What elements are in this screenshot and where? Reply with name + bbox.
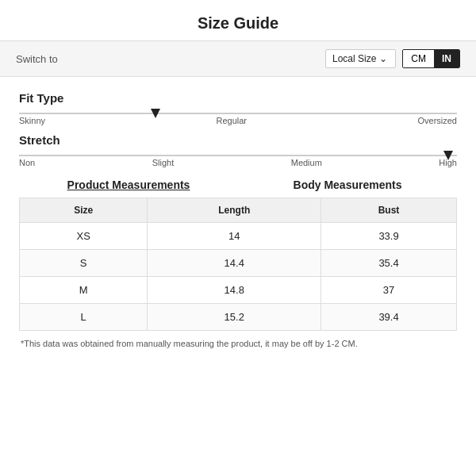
product-measurements-title: Product Measurements [19,178,238,191]
size-table: Size Length Bust XS1433.9S14.435.4M14.83… [19,198,457,331]
fit-type-slider: Skinny Regular Oversized [19,113,457,125]
cell-size: M [20,277,148,304]
cell-length: 14.8 [148,277,321,304]
local-size-label: Local Size [332,53,376,64]
stretch-label-slight: Slight [152,158,175,167]
cell-size: S [20,250,148,277]
table-header-row: Size Length Bust [20,198,457,223]
col-bust: Bust [321,198,457,223]
content: Fit Type Skinny Regular Oversized Stretc… [0,77,476,356]
stretch-section: Stretch Non Slight Medium High [19,133,457,167]
stretch-title: Stretch [19,133,457,147]
cell-size: L [20,304,148,331]
unit-toggle: CM IN [402,49,460,68]
cm-button[interactable]: CM [403,50,434,67]
cell-length: 14.4 [148,250,321,277]
in-button[interactable]: IN [434,50,459,67]
col-size: Size [20,198,148,223]
measurements-section: Product Measurements Body Measurements S… [19,178,457,348]
fit-type-section: Fit Type Skinny Regular Oversized [19,91,457,125]
chevron-down-icon: ⌄ [379,53,387,64]
cell-length: 15.2 [148,304,321,331]
table-row: M14.837 [20,277,457,304]
fit-type-title: Fit Type [19,91,457,105]
stretch-label-non: Non [19,158,35,167]
cell-length: 14 [148,223,321,250]
switch-bar: Switch to Local Size ⌄ CM IN [0,41,476,77]
table-row: S14.435.4 [20,250,457,277]
fit-type-labels: Skinny Regular Oversized [19,116,457,125]
stretch-track [19,155,457,156]
stretch-slider: Non Slight Medium High [19,155,457,167]
table-row: XS1433.9 [20,223,457,250]
fit-label-skinny: Skinny [19,116,45,125]
body-measurements-title: Body Measurements [238,178,457,191]
cell-size: XS [20,223,148,250]
switch-right: Local Size ⌄ CM IN [325,49,460,68]
cell-bust: 33.9 [321,223,457,250]
fit-label-regular: Regular [216,116,247,125]
measurements-header: Product Measurements Body Measurements [19,178,457,191]
footnote: *This data was obtained from manually me… [19,339,457,348]
local-size-dropdown[interactable]: Local Size ⌄ [325,49,396,68]
page-title: Size Guide [0,0,476,41]
cell-bust: 37 [321,277,457,304]
cell-bust: 35.4 [321,250,457,277]
col-length: Length [148,198,321,223]
fit-label-oversized: Oversized [417,116,457,125]
fit-type-track [19,113,457,114]
cell-bust: 39.4 [321,304,457,331]
stretch-label-medium: Medium [291,158,322,167]
stretch-labels: Non Slight Medium High [19,158,457,167]
table-row: L15.239.4 [20,304,457,331]
switch-label: Switch to [16,53,58,65]
